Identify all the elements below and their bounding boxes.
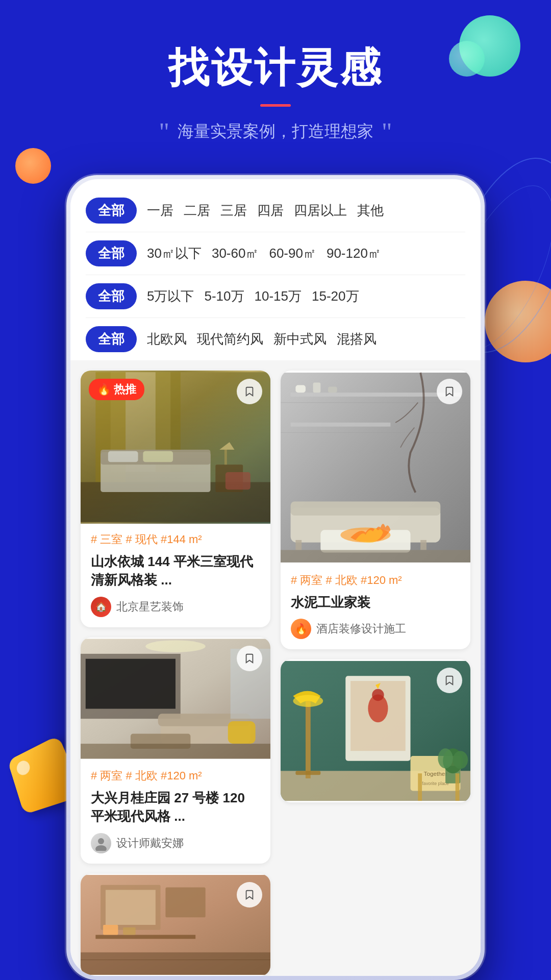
author-avatar-1: 🏠	[91, 597, 111, 617]
filter-pill-all-budget[interactable]: 全部	[86, 283, 137, 309]
filter-tag-4bed[interactable]: 四居	[257, 202, 284, 219]
bookmark-button-card2[interactable]	[437, 379, 462, 404]
card-image-pink	[81, 874, 270, 976]
left-column: 🔥 热推 # 三室 # 现代 #144 m²	[81, 371, 270, 976]
svg-rect-65	[418, 774, 422, 801]
svg-point-57	[372, 689, 384, 701]
svg-rect-10	[224, 450, 227, 464]
card-tags-2: # 两室 # 北欧 #120 m²	[291, 573, 460, 588]
masonry-grid: 🔥 热推 # 三室 # 现代 #144 m²	[81, 371, 470, 976]
hero-divider	[260, 104, 291, 107]
filter-tag-other[interactable]: 其他	[357, 202, 384, 219]
card-image-living	[81, 638, 270, 760]
card-author-2: 🔥 酒店装修设计施工	[291, 619, 460, 639]
filter-row-area: 全部 30㎡以下 30-60㎡ 60-90㎡ 90-120㎡	[86, 232, 465, 275]
filter-tag-2bed[interactable]: 二居	[184, 202, 210, 219]
card-body-3: # 两室 # 北欧 #120 m² 大兴月桂庄园 27 号楼 120 平米现代风…	[81, 760, 270, 864]
filter-section: 全部 一居 二居 三居 四居 四居以上 其他 全部 30㎡以下 30-60㎡ 6…	[70, 179, 481, 360]
svg-point-53	[293, 695, 323, 707]
card-cement[interactable]: # 两室 # 北欧 #120 m² 水泥工业家装 🔥 酒店装修设计施工	[281, 371, 470, 649]
filter-pill-all-area[interactable]: 全部	[86, 240, 137, 266]
phone-frame: 全部 一居 二居 三居 四居 四居以上 其他 全部 30㎡以下 30-60㎡ 6…	[66, 175, 485, 980]
card-author-1: 🏠 北京星艺装饰	[91, 597, 260, 617]
svg-rect-20	[228, 721, 256, 744]
svg-rect-30	[103, 925, 118, 935]
svg-point-63	[438, 749, 453, 769]
svg-rect-9	[215, 464, 243, 492]
filter-tag-60-90sqm[interactable]: 60-90㎡	[269, 244, 316, 262]
svg-rect-40	[313, 383, 321, 393]
svg-rect-3	[156, 372, 181, 472]
filter-row-style: 全部 北欧风 现代简约风 新中式风 混搭风	[86, 318, 465, 360]
hot-badge: 🔥 热推	[89, 379, 144, 400]
svg-rect-52	[295, 771, 320, 775]
svg-rect-27	[106, 890, 156, 925]
filter-tag-90-120sqm[interactable]: 90-120㎡	[327, 244, 381, 262]
filter-tag-studio[interactable]: 一居	[147, 202, 173, 219]
svg-point-24	[95, 845, 107, 851]
phone-inner: 全部 一居 二居 三居 四居 四居以上 其他 全部 30㎡以下 30-60㎡ 6…	[70, 179, 481, 976]
card-shanshui[interactable]: 🔥 热推 # 三室 # 现代 #144 m²	[81, 371, 270, 627]
svg-rect-32	[81, 952, 270, 974]
hot-label: 热推	[114, 382, 136, 397]
svg-rect-43	[291, 502, 441, 516]
svg-rect-29	[95, 935, 195, 939]
filter-tag-nordic[interactable]: 北欧风	[147, 330, 187, 348]
card-tags-1: # 三室 # 现代 #144 m²	[91, 532, 260, 547]
card-tags-3: # 两室 # 北欧 #120 m²	[91, 768, 260, 783]
filter-pill-all-room[interactable]: 全部	[86, 198, 137, 224]
svg-text:favorite place: favorite place	[422, 781, 448, 786]
card-author-3: 设计师戴安娜	[91, 833, 260, 853]
filter-pill-all-style[interactable]: 全部	[86, 326, 137, 352]
card-image-cement	[281, 371, 470, 565]
card-title-1: 山水依城 144 平米三室现代清新风格装 ...	[91, 552, 260, 590]
open-quote: "	[159, 119, 169, 144]
bookmark-button-card5[interactable]	[237, 882, 262, 908]
filter-tag-15-20w[interactable]: 15-20万	[312, 287, 359, 305]
svg-rect-44	[295, 540, 302, 550]
svg-rect-66	[456, 774, 460, 801]
card-green-room[interactable]: Together favorite place	[281, 659, 470, 802]
svg-rect-7	[108, 451, 138, 462]
svg-rect-51	[306, 701, 311, 779]
right-column: # 两室 # 北欧 #120 m² 水泥工业家装 🔥 酒店装修设计施工	[281, 371, 470, 976]
bookmark-button-card1[interactable]	[237, 379, 262, 404]
svg-rect-39	[295, 385, 306, 393]
filter-tag-10-15w[interactable]: 10-15万	[255, 287, 302, 305]
svg-point-16	[145, 640, 205, 652]
card-image-green: Together favorite place	[281, 659, 470, 802]
hero-subtitle: " 海量实景案例，打造理想家 "	[0, 119, 551, 144]
author-avatar-2: 🔥	[291, 619, 311, 639]
svg-rect-37	[291, 393, 461, 397]
filter-tag-30-60sqm[interactable]: 30-60㎡	[212, 244, 259, 262]
filter-tag-5w[interactable]: 5万以下	[147, 287, 194, 305]
author-name-3: 设计师戴安娜	[116, 836, 184, 851]
svg-rect-21	[81, 744, 270, 758]
filter-tag-5-10w[interactable]: 5-10万	[204, 287, 244, 305]
svg-rect-38	[291, 423, 391, 427]
card-body-1: # 三室 # 现代 #144 m² 山水依城 144 平米三室现代清新风格装 .…	[81, 524, 270, 627]
filter-tag-modern[interactable]: 现代简约风	[197, 330, 263, 348]
card-title-2: 水泥工业家装	[291, 593, 460, 611]
subtitle-text: 海量实景案例，打造理想家	[178, 120, 373, 143]
svg-rect-48	[281, 550, 470, 562]
filter-row-budget: 全部 5万以下 5-10万 10-15万 15-20万	[86, 275, 465, 318]
filter-tag-30sqm[interactable]: 30㎡以下	[147, 244, 202, 262]
svg-rect-12	[226, 472, 251, 489]
author-name-2: 酒店装修设计施工	[316, 621, 406, 636]
hero-title: 找设计灵感	[0, 41, 551, 96]
svg-point-23	[98, 838, 104, 844]
card-title-3: 大兴月桂庄园 27 号楼 120 平米现代风格 ...	[91, 789, 260, 826]
filter-tag-chinese[interactable]: 新中式风	[273, 330, 327, 348]
svg-point-64	[453, 751, 468, 769]
bg-decoration-orange-small	[15, 148, 51, 184]
fire-icon: 🔥	[97, 383, 111, 396]
phone-container: 全部 一居 二居 三居 四居 四居以上 其他 全部 30㎡以下 30-60㎡ 6…	[66, 175, 485, 980]
bookmark-button-card3[interactable]	[237, 646, 262, 671]
filter-tag-4bed-plus[interactable]: 四居以上	[294, 202, 347, 219]
filter-tag-3bed[interactable]: 三居	[220, 202, 247, 219]
card-bottom-left[interactable]	[81, 874, 270, 976]
card-daxing[interactable]: # 两室 # 北欧 #120 m² 大兴月桂庄园 27 号楼 120 平米现代风…	[81, 638, 270, 864]
filter-tag-mixed[interactable]: 混搭风	[337, 330, 377, 348]
author-avatar-3	[91, 833, 111, 853]
